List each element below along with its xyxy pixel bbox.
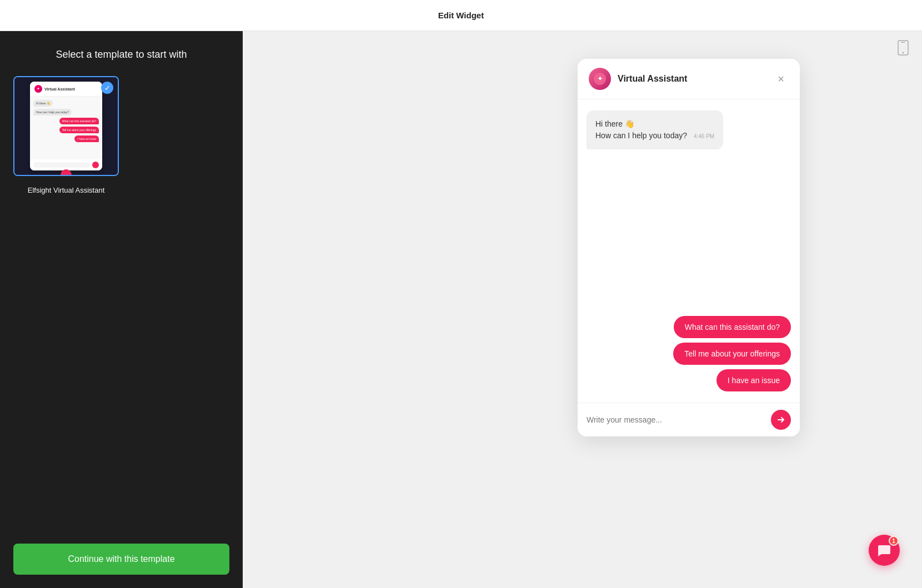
- selected-check-badge: ✓: [101, 82, 113, 94]
- chat-input[interactable]: [587, 415, 766, 424]
- mini-chat-body: Hi there 👋 How can I help you today? Wha…: [30, 97, 102, 159]
- mini-bot-msg2: How can I help you today?: [33, 109, 72, 115]
- mini-footer: [30, 159, 102, 170]
- template-thumbnail: ✦ Virtual Assistant Hi there 👋 How can I…: [13, 76, 119, 176]
- mini-send-btn: [92, 162, 99, 168]
- template-name: Elfsight Virtual Assistant: [13, 186, 119, 194]
- bot-help-text: How can I help you today?: [595, 131, 687, 140]
- chat-close-button[interactable]: ×: [773, 71, 789, 87]
- template-card-elfsight[interactable]: ✦ Virtual Assistant Hi there 👋 How can I…: [13, 76, 119, 194]
- chat-widget: ✦ Virtual Assistant ×: [578, 59, 800, 436]
- mini-chat-header: ✦ Virtual Assistant: [30, 82, 102, 97]
- mini-chat-preview: ✦ Virtual Assistant Hi there 👋 How can I…: [30, 82, 102, 170]
- mini-bot-msg1: Hi there 👋: [33, 100, 53, 107]
- notification-badge: 1: [889, 536, 899, 546]
- right-panel: ✦ Virtual Assistant ×: [243, 31, 922, 588]
- bot-message: Hi there 👋 How can I help you today? 4:4…: [587, 110, 723, 149]
- chat-header: ✦ Virtual Assistant ×: [578, 59, 800, 99]
- mini-user-msg3: I have an issue: [74, 135, 99, 142]
- mini-input: [33, 162, 91, 168]
- mini-user-msg2: Tell me about your offerings: [59, 127, 99, 133]
- chat-header-title: Virtual Assistant: [618, 74, 687, 84]
- chat-header-left: ✦ Virtual Assistant: [589, 68, 687, 90]
- top-bar: Edit Widget: [0, 0, 922, 31]
- continue-button[interactable]: Continue with this template: [13, 544, 229, 575]
- mini-avatar: ✦: [34, 85, 42, 93]
- bot-message-text: Hi there 👋 How can I help you today? 4:4…: [595, 118, 714, 142]
- bot-greeting: Hi there 👋: [595, 119, 634, 128]
- suggestion-buttons: What can this assistant do? Tell me abou…: [587, 316, 791, 391]
- floating-chat-bubble[interactable]: 1: [869, 535, 900, 566]
- svg-point-1: [903, 52, 904, 54]
- suggestion-btn-1[interactable]: What can this assistant do?: [674, 316, 791, 338]
- chat-body: Hi there 👋 How can I help you today? 4:4…: [578, 99, 800, 403]
- templates-grid: ✦ Virtual Assistant Hi there 👋 How can I…: [13, 76, 229, 194]
- mini-user-msg1: What can this assistant do?: [59, 118, 99, 124]
- main-layout: Select a template to start with ✦ Virtua…: [0, 31, 922, 588]
- suggestion-btn-2[interactable]: Tell me about your offerings: [673, 343, 791, 365]
- mini-chat-title: Virtual Assistant: [44, 87, 75, 91]
- left-panel-title: Select a template to start with: [13, 49, 229, 61]
- chat-avatar: ✦: [589, 68, 611, 90]
- chat-footer: [578, 403, 800, 436]
- suggestion-btn-3[interactable]: I have an issue: [716, 369, 791, 391]
- left-panel: Select a template to start with ✦ Virtua…: [0, 31, 243, 588]
- chat-send-button[interactable]: [771, 410, 791, 430]
- continue-btn-wrap: Continue with this template: [0, 532, 243, 588]
- page-title: Edit Widget: [438, 11, 484, 20]
- mobile-device-icon[interactable]: [895, 40, 911, 56]
- svg-text:✦: ✦: [597, 74, 603, 83]
- message-timestamp: 4:46 PM: [694, 133, 714, 139]
